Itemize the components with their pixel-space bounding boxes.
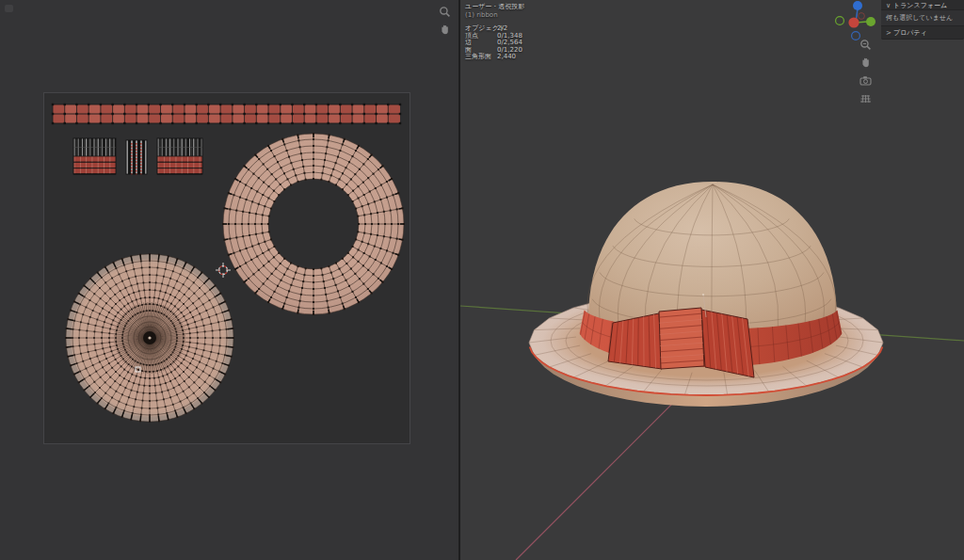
view-label: ユーザー・透視投影 [465,3,524,11]
grid-ortho-icon[interactable] [860,92,872,104]
active-object-label: (1) ribbon [465,11,524,20]
blender-window: ユーザー・透視投影 (1) ribbon オブジェクト2/2 頂点0/1,348… [0,0,964,560]
sidebar-panel: ∨トランスフォーム 何も選択していません >プロパティ [881,0,964,40]
viewport-info: ユーザー・透視投影 (1) ribbon [465,3,524,20]
transform-empty-text: 何も選択していません [881,10,964,26]
stat-triangles: 三角形面2,440 [465,54,522,61]
properties-panel-header[interactable]: >プロパティ [881,26,964,40]
pan-hand-icon[interactable] [860,56,872,69]
axis-z-handle[interactable] [853,1,862,10]
chevron-down-icon: ∨ [886,2,893,9]
axis-x-handle[interactable] [866,17,876,26]
statistics-overlay: オブジェクト2/2 頂点0/1,348 辺0/2,564 面0/1,220 三角… [465,25,522,61]
hat-model [529,182,883,407]
camera-view-icon[interactable] [860,74,872,87]
viewport-nav-icons [860,39,872,104]
axis-y-handle[interactable] [848,17,859,27]
axis-y-neg-handle[interactable] [859,13,865,20]
transform-panel-header[interactable]: ∨トランスフォーム [881,0,964,10]
axis-x-neg-handle[interactable] [836,17,844,25]
viewport-canvas[interactable] [0,0,964,560]
zoom-icon[interactable] [860,39,872,51]
chevron-right-icon: > [886,28,893,38]
